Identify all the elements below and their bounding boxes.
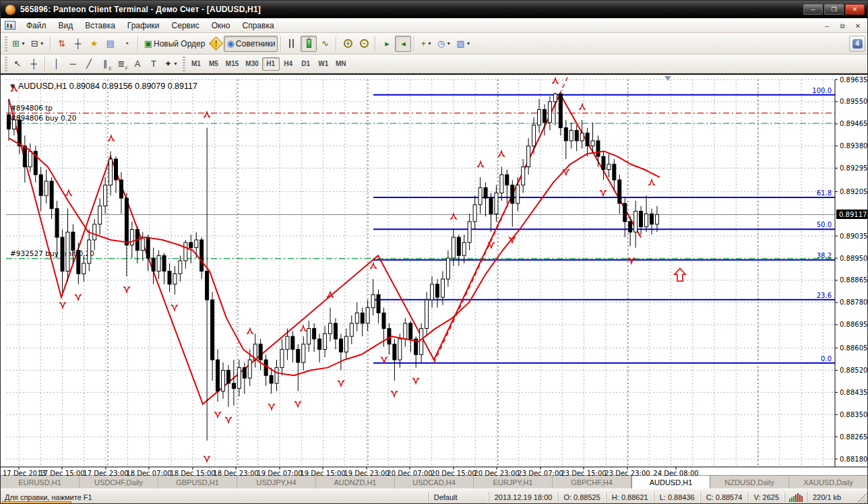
app-logo-icon — [5, 4, 16, 15]
indicators-icon: + — [421, 38, 426, 49]
vertical-line-button[interactable]: │ — [49, 57, 65, 71]
notifications-button[interactable]: 4 — [849, 36, 865, 52]
menu-item-вставка[interactable]: Вставка — [79, 20, 121, 32]
indicators-button[interactable]: +▼ — [418, 36, 435, 52]
bull-candle — [179, 261, 182, 274]
trendline-button[interactable]: ╱ — [81, 57, 97, 71]
status-profile[interactable]: Default — [428, 492, 489, 503]
chart-shift-button[interactable]: ◂ — [395, 36, 411, 52]
price-axis-label: 0.89380 — [840, 142, 867, 150]
toolbar-grip[interactable] — [183, 57, 185, 71]
toolbar-grip[interactable] — [5, 57, 7, 71]
timeframe-h4-button[interactable]: H4 — [280, 57, 297, 71]
chart-tab-usdchf-daily[interactable]: USDCHF,Daily — [80, 476, 158, 489]
timeframe-m15-button[interactable]: M15 — [222, 57, 242, 71]
label-icon: T — [151, 59, 156, 69]
timeframe-h1-button[interactable]: H1 — [262, 57, 280, 71]
bear-candle — [200, 240, 204, 271]
label-button[interactable]: T — [146, 57, 162, 71]
bar-chart-type-button[interactable] — [284, 36, 301, 52]
zoom-out-button[interactable]: − — [356, 36, 372, 52]
volume-histogram-icon — [784, 493, 807, 502]
chart-tab-eurjpy-h1[interactable]: EURJPY,H1 — [474, 476, 553, 489]
bull-candle — [109, 159, 113, 185]
menu-item-вид[interactable]: Вид — [53, 20, 80, 32]
bull-candle — [344, 336, 348, 352]
chart-tab-gbpchf-h4[interactable]: GBPCHF,H4 — [553, 476, 631, 489]
bear-candle — [618, 180, 621, 203]
data-window-button[interactable]: ┼ — [70, 36, 86, 52]
menu-item-файл[interactable]: Файл — [20, 20, 53, 32]
alerts-button[interactable]: ! — [208, 36, 224, 52]
zoom-in-button[interactable]: + — [340, 36, 356, 52]
candlestick-icon — [307, 39, 311, 48]
terminal-button[interactable]: ▤ — [102, 36, 119, 52]
toolbar-separator — [44, 57, 46, 71]
market-watch-button[interactable]: ⇅ — [54, 36, 70, 52]
profiles-button[interactable]: ⊟▼ — [28, 36, 47, 52]
fibonacci-button[interactable]: ≣F — [113, 57, 129, 71]
chart-shift-marker-icon[interactable] — [664, 76, 671, 81]
fractal-down-icon — [381, 357, 388, 363]
terminal-window: { "window": { "title": "565896: Panteon … — [0, 0, 868, 504]
new-order-button[interactable]: ▣Новый Ордер — [142, 36, 208, 52]
new-chart-button[interactable]: ⊞▼ — [9, 36, 28, 52]
auto-scroll-button[interactable]: ▸ — [379, 36, 395, 52]
chart-tab-usdjpy-h4[interactable]: USDJPY,H4 — [237, 476, 316, 489]
line-chart-type-button[interactable]: ∿ — [317, 36, 333, 52]
text-button[interactable]: A — [129, 57, 146, 71]
arrows-button[interactable]: ✦▼ — [162, 57, 181, 71]
price-axis-label: 0.88350 — [840, 411, 867, 418]
chart-tab-audnzd-h1[interactable]: AUDNZD,H1 — [316, 476, 395, 489]
bear-candle — [511, 185, 514, 203]
channel-button[interactable]: ∥E — [97, 57, 113, 71]
chart-tab-gbpusd-h1[interactable]: GBPUSD,H1 — [158, 476, 237, 489]
timeframe-d1-button[interactable]: D1 — [297, 57, 315, 71]
chart-close-button[interactable]: ✕ — [851, 20, 865, 31]
chart-tab-xauusd-daily[interactable]: XAUUSD,Daily — [789, 476, 868, 489]
menu-item-сервис[interactable]: Сервис — [166, 20, 206, 32]
candlestick-chart-type-button[interactable] — [301, 36, 317, 52]
strategy-tester-button[interactable]: ◔ — [119, 36, 135, 52]
chart-tab-usdcad-h4[interactable]: USDCAD,H4 — [395, 476, 474, 489]
timeframe-w1-button[interactable]: W1 — [315, 57, 332, 71]
timeframe-m1-button[interactable]: M1 — [187, 57, 205, 71]
fibonacci-level-label: 61.8 — [817, 189, 832, 197]
toolbar-separator — [414, 36, 415, 51]
fractal-up-icon — [370, 263, 377, 269]
menu-item-справка[interactable]: Справка — [237, 20, 280, 32]
horizontal-line-button[interactable]: ─ — [65, 57, 81, 71]
templates-button[interactable]: ▧▼ — [454, 36, 473, 52]
bear-candle — [409, 323, 412, 339]
fractal-up-icon — [579, 104, 586, 110]
menu-item-графики[interactable]: Графики — [121, 20, 166, 32]
connection-progress-bar — [2, 501, 71, 504]
chart-restore-button[interactable]: ⧉ — [836, 20, 849, 31]
navigator-button[interactable]: ★ — [86, 36, 102, 52]
periods-button[interactable]: ◷▼ — [435, 36, 454, 52]
fibonacci-level-label: 50.0 — [817, 221, 832, 228]
bull-candle — [184, 243, 187, 261]
menu-item-окно[interactable]: Окно — [206, 20, 237, 32]
close-button[interactable]: ✕ — [845, 4, 865, 15]
timeframe-m30-button[interactable]: M30 — [242, 57, 261, 71]
expert-advisors-button[interactable]: ◉Советники — [224, 36, 278, 52]
chart-minimize-button[interactable]: – — [820, 20, 834, 31]
bull-candle — [569, 130, 573, 140]
channel-icon: ∥ — [103, 59, 108, 69]
timeframe-mn-button[interactable]: MN — [332, 57, 350, 71]
bull-candle — [82, 263, 86, 274]
cursor-button[interactable]: ↖ — [9, 57, 26, 71]
timeframe-m5-button[interactable]: M5 — [205, 57, 222, 71]
chart-tab-audusd-h1[interactable]: AUDUSD,H1 — [631, 476, 710, 489]
minimize-button[interactable]: – — [803, 4, 823, 15]
toolbar-grip[interactable] — [5, 36, 7, 51]
price-chart[interactable]: 0.896350.895500.894650.893800.892950.892… — [1, 75, 868, 476]
resize-grip[interactable] — [858, 489, 867, 504]
chart-tab-eurusd-h1[interactable]: EURUSD,H1 — [1, 476, 80, 489]
chart-tab-nzdusd-daily[interactable]: NZDUSD,Daily — [710, 476, 789, 489]
advisors-label: Советники — [236, 39, 276, 49]
crosshair-button[interactable]: ┼ — [26, 57, 42, 71]
price-axis-label: 0.88435 — [840, 389, 867, 396]
maximize-button[interactable]: ❐ — [824, 4, 844, 15]
